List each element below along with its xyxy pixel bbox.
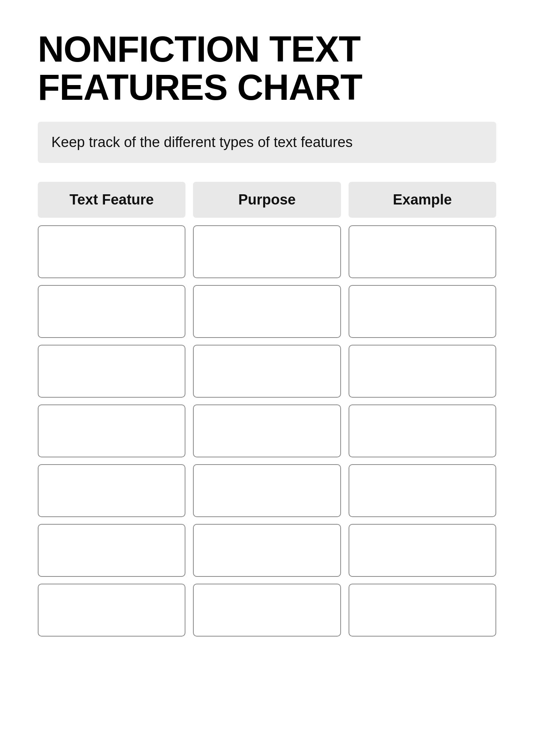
row-2-example[interactable] bbox=[349, 285, 496, 338]
subtitle-box: Keep track of the different types of tex… bbox=[38, 122, 496, 163]
table-row bbox=[38, 464, 496, 517]
row-7-text-feature[interactable] bbox=[38, 584, 185, 637]
chart-container: Text Feature Purpose Example bbox=[38, 182, 496, 637]
table-row bbox=[38, 524, 496, 577]
header-cell-example: Example bbox=[349, 182, 496, 218]
row-6-text-feature[interactable] bbox=[38, 524, 185, 577]
table-row bbox=[38, 584, 496, 637]
row-2-text-feature[interactable] bbox=[38, 285, 185, 338]
row-7-purpose[interactable] bbox=[193, 584, 341, 637]
header-cell-purpose: Purpose bbox=[193, 182, 341, 218]
row-3-example[interactable] bbox=[349, 345, 496, 398]
row-4-text-feature[interactable] bbox=[38, 404, 185, 457]
row-6-example[interactable] bbox=[349, 524, 496, 577]
table-row bbox=[38, 225, 496, 278]
subtitle-text: Keep track of the different types of tex… bbox=[51, 132, 483, 152]
page-title: NONFICTION TEXT FEATURES CHART bbox=[38, 30, 496, 107]
row-3-text-feature[interactable] bbox=[38, 345, 185, 398]
row-5-example[interactable] bbox=[349, 464, 496, 517]
header-label-text-feature: Text Feature bbox=[69, 192, 154, 208]
header-cell-text-feature: Text Feature bbox=[38, 182, 185, 218]
row-5-purpose[interactable] bbox=[193, 464, 341, 517]
table-row bbox=[38, 285, 496, 338]
row-4-purpose[interactable] bbox=[193, 404, 341, 457]
row-3-purpose[interactable] bbox=[193, 345, 341, 398]
row-1-purpose[interactable] bbox=[193, 225, 341, 278]
row-6-purpose[interactable] bbox=[193, 524, 341, 577]
chart-header-row: Text Feature Purpose Example bbox=[38, 182, 496, 218]
row-1-example[interactable] bbox=[349, 225, 496, 278]
row-1-text-feature[interactable] bbox=[38, 225, 185, 278]
row-7-example[interactable] bbox=[349, 584, 496, 637]
header-label-example: Example bbox=[393, 192, 452, 208]
row-2-purpose[interactable] bbox=[193, 285, 341, 338]
header-label-purpose: Purpose bbox=[238, 192, 296, 208]
row-4-example[interactable] bbox=[349, 404, 496, 457]
row-5-text-feature[interactable] bbox=[38, 464, 185, 517]
table-row bbox=[38, 404, 496, 457]
chart-rows bbox=[38, 225, 496, 637]
table-row bbox=[38, 345, 496, 398]
